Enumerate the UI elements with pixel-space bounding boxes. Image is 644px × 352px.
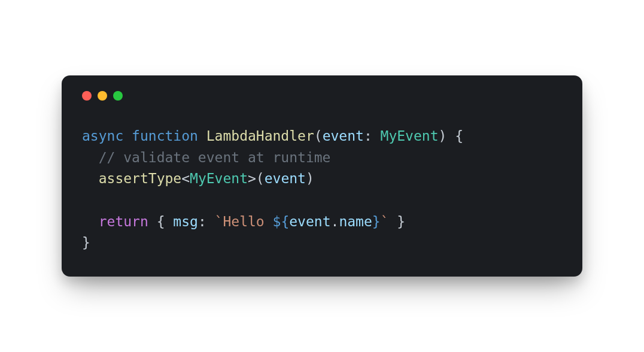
indent — [82, 214, 99, 229]
lt: < — [181, 171, 190, 186]
open-paren: ( — [256, 171, 265, 186]
close-paren: ) — [439, 128, 447, 144]
string-hello: Hello — [223, 214, 272, 229]
brace-close: } — [388, 214, 405, 229]
open-paren: ( — [314, 128, 323, 144]
comment: // validate event at runtime — [99, 150, 331, 165]
close-icon[interactable] — [82, 91, 92, 101]
interp-name: name — [339, 214, 372, 229]
brace-close-fn: } — [82, 235, 90, 250]
colon: : — [198, 214, 215, 229]
indent — [82, 150, 99, 165]
param-event: event — [323, 128, 364, 144]
arg-event: event — [265, 171, 306, 186]
window-controls — [82, 91, 562, 101]
space — [148, 214, 157, 229]
code-window: async function LambdaHandler(event: MyEv… — [62, 75, 582, 277]
indent — [82, 171, 99, 186]
gt: > — [248, 171, 256, 186]
generic-myevent: MyEvent — [190, 171, 248, 186]
backtick: ` — [381, 214, 389, 229]
type-myevent: MyEvent — [381, 128, 439, 144]
interp-close: } — [372, 214, 381, 229]
keyword-return: return — [99, 214, 148, 229]
keyword-function: function — [132, 128, 198, 144]
close-paren: ) — [306, 171, 314, 186]
colon: : — [364, 128, 381, 144]
function-name: LambdaHandler — [206, 128, 314, 144]
maximize-icon[interactable] — [113, 91, 123, 101]
interp-open: ${ — [273, 214, 290, 229]
space-brace: { — [446, 128, 463, 144]
interp-dot: . — [331, 214, 339, 229]
code-block: async function LambdaHandler(event: MyEv… — [82, 126, 562, 254]
keyword-async: async — [82, 128, 123, 144]
minimize-icon[interactable] — [98, 91, 107, 101]
call-asserttype: assertType — [99, 171, 181, 186]
backtick: ` — [215, 214, 223, 229]
interp-event: event — [289, 214, 330, 229]
prop-msg: msg — [173, 214, 198, 229]
brace-open: { — [157, 214, 174, 229]
